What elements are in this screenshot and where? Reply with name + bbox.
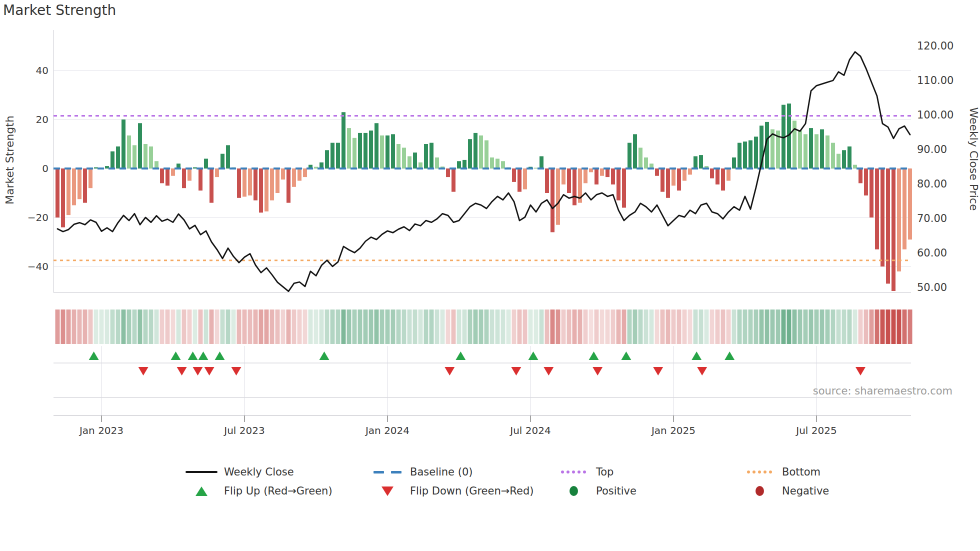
left-axis-labels: 40200−20−40: [28, 64, 48, 272]
legend-item-top: Top: [556, 464, 614, 480]
svg-text:Jul 2023: Jul 2023: [223, 424, 264, 436]
weekly-close-line-swatch: [184, 471, 219, 473]
flip-down-triangle-icon: [370, 486, 405, 496]
svg-text:Jan 2024: Jan 2024: [364, 424, 410, 436]
x-axis: Jan 2023Jul 2023Jan 2024Jul 2024Jan 2025…: [54, 416, 911, 436]
legend-item-baseline: Baseline (0): [370, 464, 472, 480]
legend-item-negative: Negative: [742, 483, 829, 499]
svg-text:Jul 2025: Jul 2025: [795, 424, 836, 436]
svg-text:70.00: 70.00: [917, 212, 947, 224]
legend-label: Baseline (0): [410, 466, 472, 478]
market-strength-chart-page: Market Strength Jan 2023Jul 2023Jan 2024…: [0, 0, 980, 551]
svg-text:0: 0: [42, 162, 48, 174]
legend-label: Bottom: [782, 466, 820, 478]
y-axis-title-right: Weekly Close Price: [968, 108, 980, 211]
svg-text:Jan 2025: Jan 2025: [650, 424, 696, 436]
svg-text:20: 20: [36, 114, 48, 126]
right-axis-labels: 120.00110.00100.0090.0080.0070.0060.0050…: [917, 40, 954, 294]
svg-text:−40: −40: [28, 260, 48, 272]
legend-item-weekly-close: Weekly Close: [184, 464, 294, 480]
top-dots-swatch: [556, 470, 591, 474]
legend-label: Top: [596, 466, 614, 478]
svg-text:120.00: 120.00: [917, 40, 954, 52]
flip-down-markers: [138, 367, 866, 376]
svg-text:80.00: 80.00: [917, 178, 947, 190]
svg-text:100.00: 100.00: [917, 109, 954, 121]
bottom-dots-swatch: [742, 470, 777, 474]
svg-text:50.00: 50.00: [917, 282, 947, 294]
marker-rows: [54, 346, 911, 416]
legend-label: Negative: [782, 485, 829, 497]
legend-item-flip-up: Flip Up (Red→Green): [184, 483, 332, 499]
svg-text:40: 40: [36, 64, 48, 76]
positive-dot-icon: [556, 486, 591, 496]
negative-dot-icon: [742, 486, 777, 496]
legend-item-bottom: Bottom: [742, 464, 820, 480]
svg-text:110.00: 110.00: [917, 74, 954, 86]
svg-text:Jan 2023: Jan 2023: [78, 424, 124, 436]
svg-text:−20: −20: [28, 212, 48, 224]
svg-text:Jul 2024: Jul 2024: [509, 424, 550, 436]
flip-up-triangle-icon: [184, 486, 219, 496]
y-axis-title-left: Market Strength: [4, 116, 16, 204]
strength-bars: [56, 104, 912, 291]
baseline-dash-swatch: [370, 471, 405, 474]
legend-item-positive: Positive: [556, 483, 636, 499]
source-text: source: sharemaestro.com: [813, 385, 952, 397]
legend-label: Weekly Close: [224, 466, 294, 478]
heatmap-strip: [56, 310, 912, 344]
legend-label: Flip Up (Red→Green): [224, 485, 332, 497]
svg-text:90.00: 90.00: [917, 144, 947, 156]
market-strength-chart: Jan 2023Jul 2023Jan 2024Jul 2024Jan 2025…: [0, 0, 980, 551]
legend-label: Positive: [596, 485, 636, 497]
flip-up-markers: [89, 352, 735, 360]
legend-item-flip-down: Flip Down (Green→Red): [370, 483, 534, 499]
legend-label: Flip Down (Green→Red): [410, 485, 534, 497]
svg-text:60.00: 60.00: [917, 247, 947, 259]
